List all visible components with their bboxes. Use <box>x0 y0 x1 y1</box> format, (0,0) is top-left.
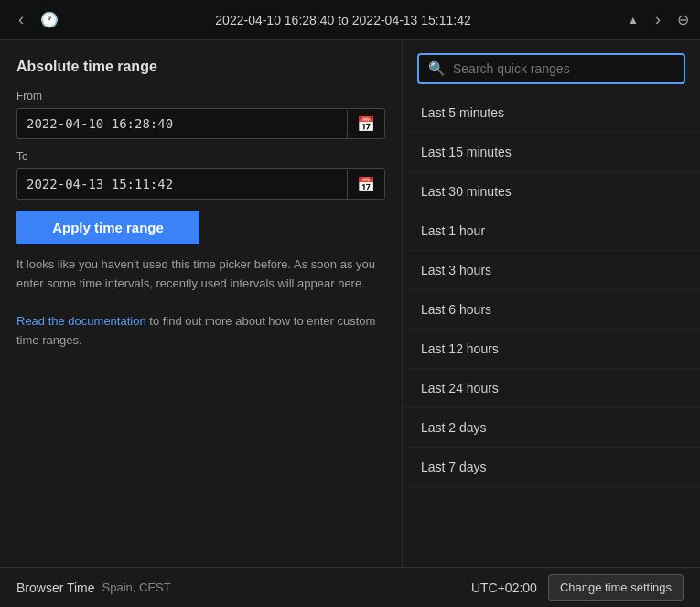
footer-left: Browser Time Spain, CEST <box>16 580 171 595</box>
to-label: To <box>16 150 385 163</box>
utc-offset-label: UTC+02:00 <box>471 580 537 595</box>
top-bar: ‹ 🕐 2022-04-10 16:28:40 to 2022-04-13 15… <box>0 0 700 40</box>
from-calendar-button[interactable]: 📅 <box>347 110 384 138</box>
right-panel: 🔍 Last 5 minutesLast 15 minutesLast 30 m… <box>403 40 700 567</box>
nav-next-button[interactable]: › <box>648 8 668 31</box>
main-content: Absolute time range From 📅 To 📅 Apply ti… <box>0 40 700 567</box>
info-text-block: It looks like you haven't used this time… <box>16 255 385 351</box>
to-date-input[interactable] <box>17 169 347 199</box>
to-input-row: 📅 <box>16 168 385 200</box>
browser-time-location: Spain, CEST <box>102 580 171 594</box>
chevron-up-icon[interactable]: ▲ <box>628 14 639 27</box>
search-box: 🔍 <box>417 53 685 84</box>
section-title: Absolute time range <box>16 59 385 75</box>
quick-range-item[interactable]: Last 12 hours <box>403 330 700 369</box>
left-panel: Absolute time range From 📅 To 📅 Apply ti… <box>0 40 403 567</box>
quick-range-item[interactable]: Last 3 hours <box>403 251 700 290</box>
search-quick-ranges-input[interactable] <box>453 61 674 76</box>
quick-range-item[interactable]: Last 24 hours <box>403 369 700 408</box>
zoom-out-button[interactable]: ⊖ <box>677 11 689 28</box>
clock-icon: 🕐 <box>40 11 59 28</box>
quick-range-item[interactable]: Last 5 minutes <box>403 93 700 133</box>
nav-prev-button[interactable]: ‹ <box>11 8 31 31</box>
documentation-link[interactable]: Read the documentation <box>16 314 146 328</box>
browser-time-label: Browser Time <box>16 580 95 595</box>
quick-ranges-list: Last 5 minutesLast 15 minutesLast 30 min… <box>403 93 700 554</box>
from-date-input[interactable] <box>17 109 347 138</box>
change-time-settings-button[interactable]: Change time settings <box>548 574 684 601</box>
from-label: From <box>16 90 385 103</box>
from-input-row: 📅 <box>16 108 385 139</box>
footer-right: UTC+02:00 Change time settings <box>471 574 684 601</box>
to-field-group: To 📅 <box>16 150 385 200</box>
info-text-before-link: It looks like you haven't used this time… <box>16 257 375 290</box>
quick-range-item[interactable]: Last 6 hours <box>403 290 700 330</box>
apply-time-range-button[interactable]: Apply time range <box>16 211 199 244</box>
search-box-wrap: 🔍 <box>403 53 700 93</box>
from-field-group: From 📅 <box>16 90 385 139</box>
quick-range-item[interactable]: Last 15 minutes <box>403 133 700 172</box>
time-range-display: 2022-04-10 16:28:40 to 2022-04-13 15:11:… <box>68 13 619 27</box>
quick-range-item[interactable]: Last 7 days <box>403 448 700 487</box>
search-icon: 🔍 <box>428 60 446 77</box>
footer: Browser Time Spain, CEST UTC+02:00 Chang… <box>0 567 700 607</box>
quick-range-item[interactable]: Last 30 minutes <box>403 172 700 211</box>
quick-range-item[interactable]: Last 1 hour <box>403 211 700 251</box>
quick-range-item[interactable]: Last 2 days <box>403 408 700 448</box>
to-calendar-button[interactable]: 📅 <box>347 170 384 199</box>
